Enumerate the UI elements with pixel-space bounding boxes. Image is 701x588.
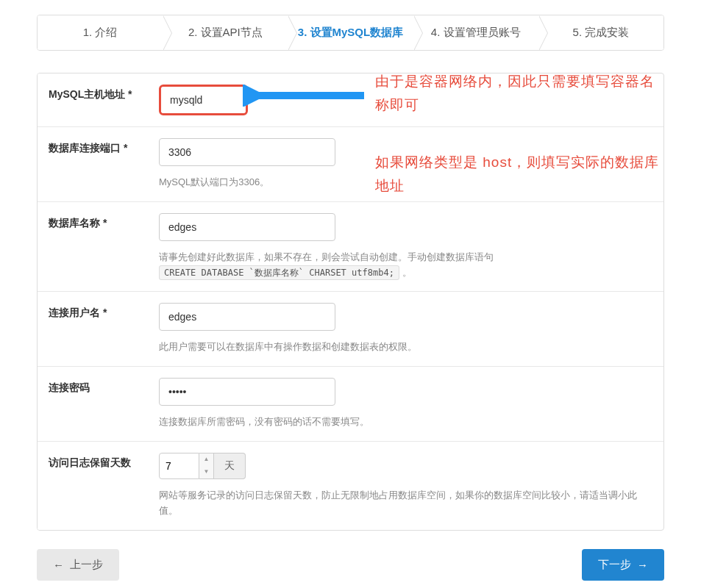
next-button[interactable]: 下一步 → xyxy=(582,549,664,581)
step-admin[interactable]: 4. 设置管理员账号 xyxy=(413,15,538,50)
password-input[interactable] xyxy=(159,378,335,406)
label-username: 连接用户名 * xyxy=(38,292,148,366)
username-input[interactable] xyxy=(159,303,335,331)
password-help: 连接数据库所需密码，没有密码的话不需要填写。 xyxy=(159,415,652,430)
dbname-help-prefix: 请事先创建好此数据库，如果不存在，则会尝试自动创建。手动创建数据库语句 xyxy=(159,251,494,262)
row-dbname: 数据库名称 * 请事先创建好此数据库，如果不存在，则会尝试自动创建。手动创建数据… xyxy=(38,202,663,293)
arrow-annotation-icon xyxy=(243,85,368,107)
wizard-buttons: ← 上一步 下一步 → xyxy=(37,549,664,581)
step-api[interactable]: 2. 设置API节点 xyxy=(163,15,288,50)
mysql-form: MySQL主机地址 * 数据库连接端口 * MySQL默认端口为3306。 数据… xyxy=(37,73,664,531)
arrow-right-icon: → xyxy=(637,559,648,571)
port-input[interactable] xyxy=(159,138,335,166)
prev-button[interactable]: ← 上一步 xyxy=(37,549,119,581)
dbname-help-code: CREATE DATABASE `数据库名称` CHARSET utf8mb4; xyxy=(159,265,399,280)
username-help: 此用户需要可以在数据库中有操作数据和创建数据表的权限。 xyxy=(159,340,652,355)
step-intro[interactable]: 1. 介绍 xyxy=(38,15,163,50)
wizard-steps: 1. 介绍 2. 设置API节点 3. 设置MySQL数据库 4. 设置管理员账… xyxy=(37,15,664,51)
annotation-host-network: 如果网络类型是 host，则填写实际的数据库地址 xyxy=(375,151,669,198)
step-mysql[interactable]: 3. 设置MySQL数据库 xyxy=(288,15,413,50)
dbname-help-suffix: 。 xyxy=(402,267,412,278)
label-host: MySQL主机地址 * xyxy=(38,74,148,126)
annotation-container-network: 由于是容器网络内，因此只需要填写容器名称即可 xyxy=(375,70,662,118)
host-input[interactable] xyxy=(161,87,246,113)
label-password: 连接密码 xyxy=(38,367,148,441)
label-port: 数据库连接端口 * xyxy=(38,127,148,201)
stepper-up-icon[interactable]: ▲ xyxy=(199,453,213,466)
row-logdays: 访问日志保留天数 ▲ ▼ 天 网站等服务记录的访问日志保留天数，防止无限制地占用… xyxy=(38,442,663,530)
row-password: 连接密码 连接数据库所需密码，没有密码的话不需要填写。 xyxy=(38,367,663,442)
stepper-down-icon[interactable]: ▼ xyxy=(199,466,213,478)
logdays-unit: 天 xyxy=(214,453,246,479)
label-logdays: 访问日志保留天数 xyxy=(38,442,148,530)
row-username: 连接用户名 * 此用户需要可以在数据库中有操作数据和创建数据表的权限。 xyxy=(38,292,663,367)
logdays-stepper[interactable]: ▲ ▼ xyxy=(199,453,214,479)
logdays-input[interactable] xyxy=(159,453,199,479)
prev-button-label: 上一步 xyxy=(70,558,103,572)
host-highlight-box xyxy=(159,85,248,115)
label-dbname: 数据库名称 * xyxy=(38,202,148,292)
arrow-left-icon: ← xyxy=(53,559,64,571)
dbname-input[interactable] xyxy=(159,213,335,241)
logdays-help: 网站等服务记录的访问日志保留天数，防止无限制地占用数据库空间，如果你的数据库空间… xyxy=(159,488,652,519)
step-finish[interactable]: 5. 完成安装 xyxy=(538,15,663,50)
dbname-help: 请事先创建好此数据库，如果不存在，则会尝试自动创建。手动创建数据库语句 CREA… xyxy=(159,250,652,281)
next-button-label: 下一步 xyxy=(598,558,631,572)
